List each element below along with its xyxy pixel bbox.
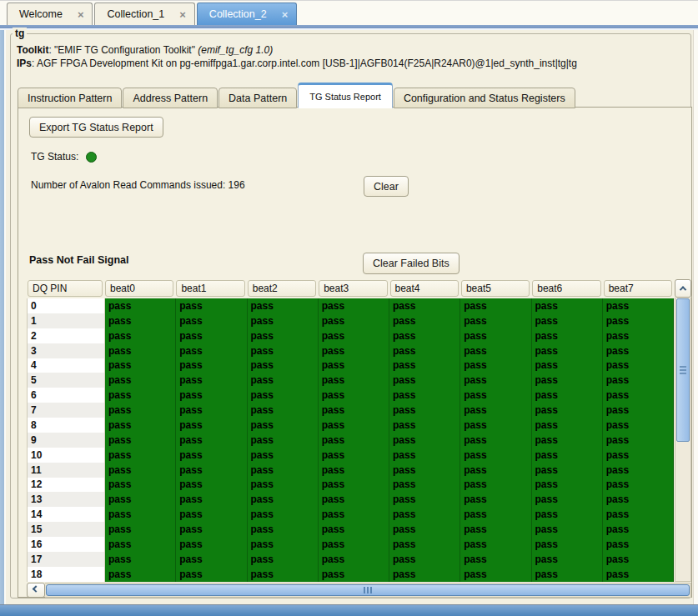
pass-cell: pass: [532, 522, 603, 537]
horizontal-scroll-track[interactable]: [45, 583, 691, 598]
column-header-beat6[interactable]: beat6: [531, 279, 602, 298]
pass-cell: pass: [105, 313, 176, 328]
horizontal-scrollbar[interactable]: [27, 583, 691, 598]
pass-cell: pass: [460, 507, 531, 522]
pass-cell: pass: [105, 343, 176, 358]
pass-cell: pass: [460, 328, 531, 343]
table-row: 18passpasspasspasspasspasspasspass: [28, 567, 674, 582]
column-header-beat5[interactable]: beat5: [460, 279, 531, 298]
toolkit-value: : "EMIF TG Configuration Toolkit": [48, 44, 198, 56]
scroll-up-button[interactable]: [675, 279, 691, 298]
export-tg-status-report-button[interactable]: Export TG Status Report: [29, 117, 163, 138]
tab-address-pattern[interactable]: Address Pattern: [123, 88, 218, 108]
pass-cell: pass: [105, 433, 176, 448]
pass-cell: pass: [248, 507, 319, 522]
pass-cell: pass: [603, 448, 674, 463]
pass-cell: pass: [248, 537, 319, 552]
tab-tg-status-report[interactable]: TG Status Report: [298, 83, 393, 108]
column-header-beat3[interactable]: beat3: [318, 279, 389, 298]
pass-cell: pass: [105, 522, 176, 537]
column-header-beat1[interactable]: beat1: [175, 279, 246, 298]
vertical-scroll-thumb[interactable]: [676, 298, 690, 442]
pass-cell: pass: [532, 298, 603, 313]
horizontal-scroll-thumb[interactable]: [46, 584, 690, 596]
pass-cell: pass: [176, 507, 247, 522]
close-icon[interactable]: ×: [179, 9, 186, 20]
pass-cell: pass: [389, 433, 460, 448]
tab-welcome[interactable]: Welcome ×: [7, 3, 93, 25]
pass-cell: pass: [532, 433, 603, 448]
column-header-beat2[interactable]: beat2: [247, 279, 318, 298]
pass-cell: pass: [603, 478, 674, 493]
table-row: 7passpasspasspasspasspasspasspass: [28, 403, 674, 418]
dq-pin-cell: 16: [28, 537, 105, 552]
pass-cell: pass: [460, 373, 531, 388]
dq-pin-cell: 12: [28, 478, 105, 493]
table-row: 3passpasspasspasspasspasspasspass: [28, 343, 674, 358]
column-header-beat7[interactable]: beat7: [603, 279, 674, 298]
pass-cell: pass: [319, 448, 389, 463]
pass-cell: pass: [248, 418, 319, 433]
tab-instruction-pattern[interactable]: Instruction Pattern: [18, 88, 122, 108]
pass-cell: pass: [460, 567, 531, 582]
pass-cell: pass: [105, 388, 176, 403]
pass-cell: pass: [105, 328, 176, 343]
pass-cell: pass: [389, 298, 460, 313]
pass-cell: pass: [460, 522, 531, 537]
dq-pin-cell: 2: [28, 328, 105, 343]
table-row: 9passpasspasspasspasspasspasspass: [28, 433, 674, 448]
avalon-read-commands-label: Number of Avalon Read Commands issued:: [31, 179, 225, 191]
pass-cell: pass: [319, 537, 389, 552]
pass-cell: pass: [176, 537, 247, 552]
tab-instruction-pattern-label: Instruction Pattern: [28, 93, 112, 104]
chevron-up-icon: [680, 286, 686, 293]
pass-cell: pass: [460, 418, 531, 433]
table-row: 14passpasspasspasspasspasspasspass: [28, 507, 674, 522]
column-header-beat4[interactable]: beat4: [389, 279, 460, 298]
pass-fail-table: DQ PINbeat0beat1beat2beat3beat4beat5beat…: [27, 279, 691, 598]
clear-button[interactable]: Clear: [364, 176, 409, 197]
tab-collection-1-label: Collection_1: [107, 8, 164, 20]
tab-data-pattern[interactable]: Data Pattern: [218, 88, 297, 108]
vertical-scrollbar[interactable]: [675, 279, 691, 582]
column-header-beat0[interactable]: beat0: [104, 279, 175, 298]
pass-cell: pass: [389, 418, 460, 433]
pass-cell: pass: [105, 567, 176, 582]
pass-cell: pass: [176, 492, 247, 507]
pass-cell: pass: [105, 403, 176, 418]
pass-cell: pass: [460, 537, 531, 552]
pass-cell: pass: [105, 448, 176, 463]
pass-cell: pass: [603, 537, 674, 552]
vertical-scroll-track[interactable]: [675, 298, 691, 582]
table-row: 16passpasspasspasspasspasspasspass: [28, 537, 674, 552]
clear-failed-bits-button[interactable]: Clear Failed Bits: [363, 253, 459, 274]
pass-cell: pass: [532, 403, 603, 418]
scroll-left-button[interactable]: [27, 583, 45, 598]
pass-cell: pass: [532, 328, 603, 343]
pass-cell: pass: [460, 358, 531, 373]
tab-collection-2[interactable]: Collection_2 ×: [197, 3, 297, 25]
pass-cell: pass: [603, 552, 674, 567]
dq-pin-cell: 14: [28, 507, 105, 522]
ips-value: : AGF FPGA Development Kit on pg-emiffpg…: [32, 58, 577, 69]
dq-pin-cell: 8: [28, 418, 105, 433]
window-left-border: [0, 30, 6, 604]
dq-pin-cell: 7: [28, 403, 105, 418]
tab-configuration-status-registers[interactable]: Configuration and Status Registers: [394, 88, 575, 108]
pass-cell: pass: [105, 298, 176, 313]
pass-cell: pass: [176, 343, 247, 358]
table-row: 15passpasspasspasspasspasspasspass: [28, 522, 674, 537]
pass-cell: pass: [176, 478, 247, 493]
pass-cell: pass: [460, 448, 531, 463]
pass-cell: pass: [532, 388, 603, 403]
close-icon[interactable]: ×: [282, 9, 289, 20]
avalon-read-commands-count: 196: [228, 179, 245, 191]
table-row: 12passpasspasspasspasspasspasspass: [28, 478, 674, 493]
pass-cell: pass: [176, 567, 247, 582]
column-header-dq-pin[interactable]: DQ PIN: [27, 279, 104, 298]
pass-cell: pass: [319, 313, 389, 328]
dq-pin-cell: 10: [28, 448, 105, 463]
pass-cell: pass: [460, 403, 531, 418]
close-icon[interactable]: ×: [78, 9, 84, 20]
tab-collection-1[interactable]: Collection_1 ×: [94, 3, 194, 25]
